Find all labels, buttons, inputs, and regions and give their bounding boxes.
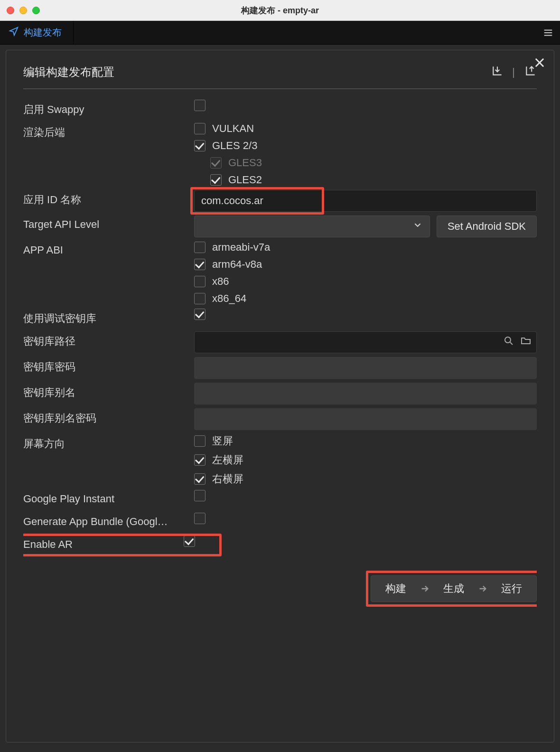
form: 启用 Swappy 渲染后端 VULKAN GLES 2/3 [23, 95, 537, 602]
gp-instant-checkbox[interactable] [194, 490, 205, 501]
gles23-label: GLES 2/3 [212, 140, 257, 152]
api-level-select[interactable] [194, 216, 430, 237]
gles2-checkbox[interactable] [210, 174, 222, 186]
keystore-pass-input[interactable] [194, 357, 537, 379]
abi-armeabi-v7a-checkbox[interactable] [194, 242, 205, 253]
search-icon[interactable] [503, 335, 514, 349]
orientation-portrait-label: 竖屏 [212, 434, 233, 448]
orientation-land-left-label: 左横屏 [212, 453, 243, 467]
enable-ar-checkbox[interactable] [184, 536, 195, 547]
debug-keystore-label: 使用调试密钥库 [23, 309, 194, 326]
keystore-path-input[interactable] [194, 331, 537, 353]
window-titlebar: 构建发布 - empty-ar [0, 0, 560, 21]
app-id-label: 应用 ID 名称 [23, 190, 194, 207]
enable-ar-label: Enable AR [23, 536, 184, 551]
panel-header: 编辑构建发布配置 | [23, 65, 537, 89]
abi-arm64-v8a-checkbox[interactable] [194, 259, 205, 270]
debug-keystore-checkbox[interactable] [194, 309, 205, 320]
gles23-checkbox[interactable] [194, 140, 205, 151]
svg-point-0 [505, 337, 511, 343]
app-bundle-label: Generate App Bundle (Googl… [23, 513, 194, 528]
build-button[interactable]: 构建 [381, 582, 411, 596]
abi-arm64-v8a-label: arm64-v8a [212, 258, 262, 271]
panel-title: 编辑构建发布配置 [23, 65, 114, 80]
app-bundle-checkbox[interactable] [194, 513, 205, 524]
app-abi-label: APP ABI [23, 241, 194, 256]
make-button[interactable]: 生成 [439, 582, 469, 596]
tab-build[interactable]: 构建发布 [0, 21, 74, 44]
close-panel-button[interactable] [533, 56, 546, 72]
abi-x86-64-checkbox[interactable] [194, 293, 205, 304]
keystore-alias-pass-label: 密钥库别名密码 [23, 408, 194, 425]
keystore-alias-label: 密钥库别名 [23, 383, 194, 400]
gles3-checkbox [210, 157, 222, 169]
abi-x86-label: x86 [212, 275, 229, 288]
keystore-pass-label: 密钥库密码 [23, 357, 194, 374]
orientation-land-left-checkbox[interactable] [194, 454, 205, 466]
window-title: 构建发布 - empty-ar [0, 5, 560, 16]
enable-swappy-label: 启用 Swappy [23, 100, 194, 117]
tab-strip: 构建发布 [0, 21, 560, 45]
arrow-right-icon [477, 583, 488, 594]
build-actions-bar: 构建 生成 运行 [371, 575, 537, 602]
orientation-label: 屏幕方向 [23, 434, 194, 451]
orientation-land-right-checkbox[interactable] [194, 473, 205, 485]
header-separator: | [512, 66, 515, 78]
paper-plane-icon [9, 26, 19, 39]
render-backend-label: 渲染后端 [23, 122, 194, 140]
app-id-input[interactable] [194, 190, 537, 212]
keystore-alias-input[interactable] [194, 383, 537, 404]
import-config-button[interactable] [491, 65, 504, 80]
set-android-sdk-button[interactable]: Set Android SDK [437, 216, 537, 237]
build-config-panel: 编辑构建发布配置 | 启用 Swappy 渲染后端 [6, 50, 554, 743]
orientation-portrait-checkbox[interactable] [194, 435, 205, 447]
orientation-land-right-label: 右横屏 [212, 472, 243, 486]
folder-icon[interactable] [520, 335, 532, 349]
enable-swappy-checkbox[interactable] [194, 100, 205, 111]
api-level-label: Target API Level [23, 216, 194, 231]
vulkan-checkbox[interactable] [194, 123, 205, 134]
keystore-alias-pass-input[interactable] [194, 408, 537, 430]
tab-build-label: 构建发布 [24, 26, 62, 39]
abi-x86-64-label: x86_64 [212, 292, 246, 305]
run-button[interactable]: 运行 [496, 582, 527, 596]
abi-x86-checkbox[interactable] [194, 276, 205, 287]
menu-button[interactable] [536, 21, 560, 44]
gp-instant-label: Google Play Instant [23, 490, 194, 505]
gles2-label: GLES2 [228, 174, 262, 186]
keystore-path-label: 密钥库路径 [23, 331, 194, 348]
chevron-down-icon [412, 220, 423, 233]
gles3-label: GLES3 [228, 157, 262, 169]
abi-armeabi-v7a-label: armeabi-v7a [212, 241, 270, 254]
arrow-right-icon [420, 583, 430, 594]
vulkan-label: VULKAN [212, 122, 254, 135]
